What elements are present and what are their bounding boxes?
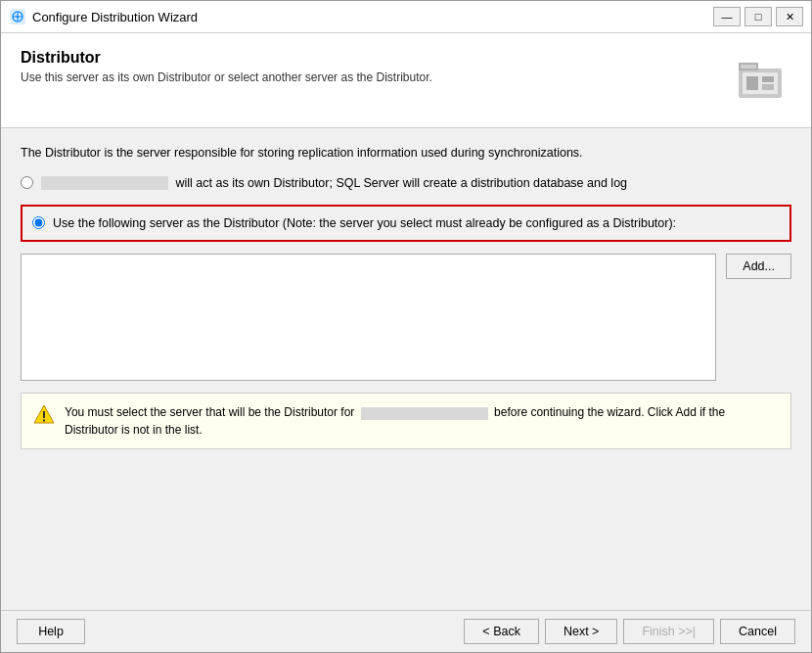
option1-radio[interactable] bbox=[21, 176, 33, 189]
page-title: Distributor bbox=[21, 49, 719, 67]
page-header: Distributor Use this server as its own D… bbox=[1, 33, 811, 128]
svg-rect-11 bbox=[741, 65, 756, 69]
description-text: The Distributor is the server responsibl… bbox=[21, 144, 791, 163]
option1-label: will act as its own Distributor; SQL Ser… bbox=[41, 174, 627, 193]
header-illustration bbox=[729, 49, 791, 112]
svg-rect-14 bbox=[43, 420, 45, 422]
distributor-list-area: Add... bbox=[21, 254, 791, 381]
server-name-placeholder bbox=[41, 176, 168, 190]
distributor-listbox[interactable] bbox=[21, 254, 716, 381]
option2-selected-box: Use the following server as the Distribu… bbox=[21, 205, 791, 243]
header-text-area: Distributor Use this server as its own D… bbox=[21, 49, 719, 84]
add-button[interactable]: Add... bbox=[726, 254, 791, 279]
option1-text: will act as its own Distributor; SQL Ser… bbox=[175, 176, 627, 190]
back-button[interactable]: < Back bbox=[464, 619, 539, 644]
app-icon bbox=[9, 8, 26, 25]
title-bar: Configure Distribution Wizard — □ ✕ bbox=[1, 1, 811, 33]
option2-radio[interactable] bbox=[32, 216, 45, 229]
option2-row: Use the following server as the Distribu… bbox=[32, 214, 780, 233]
server-name-placeholder-2 bbox=[361, 407, 488, 420]
warning-icon bbox=[33, 403, 55, 425]
close-button[interactable]: ✕ bbox=[776, 7, 803, 26]
svg-rect-7 bbox=[746, 76, 758, 90]
minimize-button[interactable]: — bbox=[713, 7, 741, 26]
warning-text: You must select the server that will be … bbox=[65, 403, 779, 439]
page-subtitle: Use this server as its own Distributor o… bbox=[21, 70, 719, 84]
footer: Help < Back Next > Finish >>| Cancel bbox=[1, 610, 811, 652]
cancel-button[interactable]: Cancel bbox=[720, 619, 795, 644]
warning-box: You must select the server that will be … bbox=[21, 393, 791, 449]
option2-label: Use the following server as the Distribu… bbox=[53, 214, 676, 233]
svg-rect-13 bbox=[43, 411, 45, 418]
warning-line1: You must select the server that will be … bbox=[65, 405, 354, 419]
svg-point-4 bbox=[17, 16, 20, 19]
svg-rect-9 bbox=[762, 84, 774, 90]
svg-rect-8 bbox=[762, 76, 774, 82]
finish-button[interactable]: Finish >>| bbox=[623, 619, 714, 644]
main-content: The Distributor is the server responsibl… bbox=[1, 128, 811, 610]
main-window: Configure Distribution Wizard — □ ✕ Dist… bbox=[0, 0, 812, 653]
help-button[interactable]: Help bbox=[17, 619, 85, 644]
window-title: Configure Distribution Wizard bbox=[32, 10, 713, 24]
option1-row: will act as its own Distributor; SQL Ser… bbox=[21, 174, 791, 193]
next-button[interactable]: Next > bbox=[545, 619, 617, 644]
maximize-button[interactable]: □ bbox=[744, 7, 772, 26]
window-controls: — □ ✕ bbox=[713, 7, 803, 26]
